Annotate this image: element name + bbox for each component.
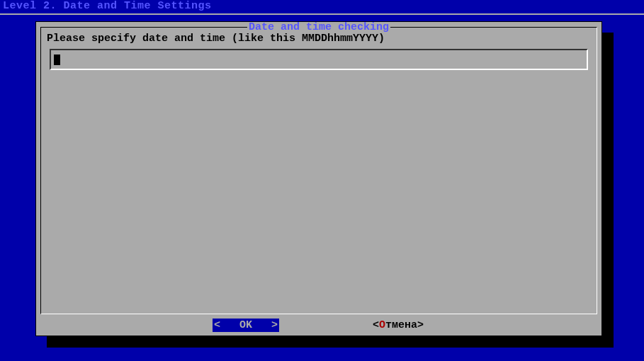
dialog: Date and time checking Please specify da… bbox=[35, 21, 602, 336]
page-title-text: Level 2. Date and Time Settings bbox=[3, 0, 212, 12]
dialog-border: Date and time checking Please specify da… bbox=[40, 27, 597, 314]
dialog-title: Date and time checking bbox=[247, 22, 390, 33]
ok-button[interactable]: < OK > bbox=[213, 319, 279, 332]
page-title: Level 2. Date and Time Settings bbox=[0, 0, 644, 12]
prompt-text: Please specify date and time (like this … bbox=[47, 33, 385, 44]
cancel-button[interactable]: <Отмена> bbox=[371, 319, 425, 332]
text-cursor bbox=[54, 55, 60, 65]
title-underline bbox=[0, 13, 644, 15]
button-row: < OK > <Отмена> bbox=[36, 319, 601, 331]
dialog-container: Date and time checking Please specify da… bbox=[35, 21, 602, 336]
cancel-hotkey: О bbox=[379, 319, 385, 331]
datetime-input[interactable] bbox=[50, 49, 588, 70]
